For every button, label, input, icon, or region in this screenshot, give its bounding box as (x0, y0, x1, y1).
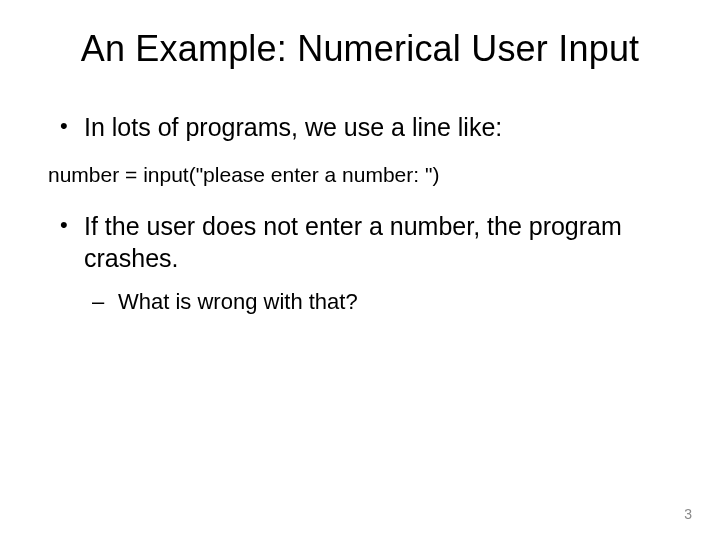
bullet-list: In lots of programs, we use a line like: (48, 112, 672, 143)
bullet-list-2: If the user does not enter a number, the… (48, 211, 672, 316)
sub-bullet-1-text: What is wrong with that? (118, 289, 358, 314)
bullet-1: In lots of programs, we use a line like: (48, 112, 672, 143)
bullet-2-text: If the user does not enter a number, the… (84, 212, 622, 271)
bullet-2: If the user does not enter a number, the… (48, 211, 672, 316)
bullet-1-text: In lots of programs, we use a line like: (84, 113, 502, 141)
page-number: 3 (684, 506, 692, 522)
code-line: number = input("please enter a number: "… (48, 163, 672, 187)
slide-title: An Example: Numerical User Input (48, 28, 672, 70)
sub-bullet-1: What is wrong with that? (84, 288, 672, 317)
slide: An Example: Numerical User Input In lots… (0, 0, 720, 540)
sub-bullet-list: What is wrong with that? (84, 288, 672, 317)
